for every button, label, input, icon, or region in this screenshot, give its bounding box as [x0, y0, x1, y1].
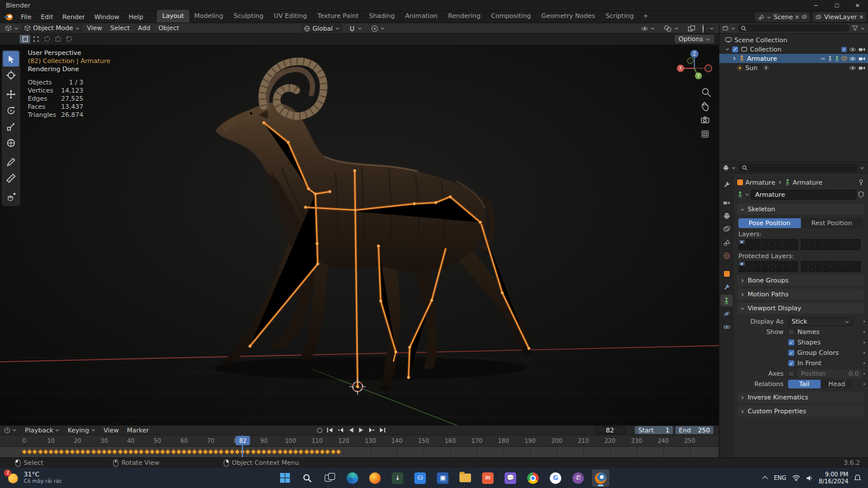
layer-cell[interactable]	[838, 239, 845, 244]
fake-user-shield-icon[interactable]	[858, 191, 864, 198]
play-reverse-button[interactable]	[348, 427, 354, 433]
tool-transform[interactable]	[3, 135, 19, 151]
tray-language[interactable]: ENG	[774, 475, 786, 481]
armature-name-field[interactable]: Armature	[751, 190, 856, 200]
layer-cell[interactable]	[816, 261, 823, 266]
minimize-button[interactable]: ─	[806, 0, 826, 10]
tool-move[interactable]	[3, 86, 19, 102]
layer-cell[interactable]	[761, 261, 768, 266]
tab-object[interactable]	[720, 268, 733, 280]
chat-app-icon[interactable]: 💬	[502, 469, 519, 487]
close-button[interactable]: ✕	[847, 0, 868, 10]
workspace-tab-texture-paint[interactable]: Texture Paint	[312, 10, 364, 23]
menu-keying[interactable]: Keying	[64, 427, 100, 434]
taskbar-search[interactable]	[299, 469, 316, 487]
layer-cell[interactable]	[823, 261, 830, 266]
jump-to-end-button[interactable]	[379, 427, 386, 433]
filter-icon[interactable]	[852, 25, 858, 31]
menu-view-timeline[interactable]: View	[100, 427, 123, 434]
layer-cell[interactable]	[801, 267, 808, 272]
layer-cell[interactable]	[846, 245, 853, 250]
keyframe-diamond[interactable]	[197, 449, 203, 455]
keyframe-diamond[interactable]	[218, 449, 224, 455]
section-viewport-display[interactable]: Viewport Display	[737, 303, 864, 314]
downloads-app-icon[interactable]: ↓	[389, 469, 406, 487]
workspace-tab-compositing[interactable]: Compositing	[486, 10, 536, 23]
file-explorer-icon[interactable]	[457, 469, 474, 487]
tool-scale[interactable]	[3, 119, 19, 134]
axes-checkbox[interactable]: ✓	[788, 370, 795, 377]
section-custom-properties[interactable]: Custom Properties	[737, 406, 864, 417]
new-scene-icon[interactable]	[801, 14, 807, 20]
animate-dot[interactable]	[863, 373, 865, 375]
outliner-row-collection[interactable]: ✓ Collection ✓	[719, 45, 868, 54]
properties-editor-icon[interactable]	[723, 165, 729, 171]
keyframe-diamond[interactable]	[245, 449, 251, 455]
keyframe-diamond[interactable]	[325, 449, 330, 455]
layer-cell[interactable]	[854, 245, 860, 250]
workspace-tab-layout[interactable]: Layout	[157, 10, 189, 23]
workspace-tab-animation[interactable]: Animation	[400, 10, 443, 23]
layer-cell[interactable]	[823, 239, 830, 244]
workspace-tab-uv-editing[interactable]: UV Editing	[269, 10, 312, 23]
keyframe-diamond[interactable]	[298, 449, 304, 455]
layer-cell[interactable]	[738, 267, 745, 272]
menu-window[interactable]: Window	[90, 13, 124, 21]
show-gizmo-toggle[interactable]	[638, 24, 658, 33]
gizmo-y-neg-axis[interactable]	[687, 58, 693, 64]
section-inverse-kinematics[interactable]: Inverse Kinematics	[737, 392, 864, 403]
tab-render[interactable]	[720, 197, 733, 208]
playhead-frame-badge[interactable]: 82	[236, 436, 250, 445]
tool-add-cube[interactable]	[3, 189, 19, 205]
tab-physics[interactable]	[720, 308, 733, 320]
layer-cell[interactable]	[808, 261, 815, 266]
tool-rotate[interactable]	[3, 102, 19, 118]
outliner-row-scene-collection[interactable]: Scene Collection	[719, 35, 868, 45]
mail-app-icon[interactable]: ✉	[479, 469, 496, 487]
layer-cell[interactable]	[753, 245, 760, 250]
layer-cell[interactable]	[784, 245, 790, 250]
layer-cell[interactable]	[823, 245, 830, 250]
hide-eye-icon[interactable]	[849, 47, 856, 52]
timeline-editor-type[interactable]	[0, 427, 21, 434]
tab-object-data[interactable]	[720, 295, 733, 306]
tool-select-box[interactable]	[3, 51, 19, 67]
weather-widget[interactable]: 1 31°CCó mây rải rác	[0, 471, 122, 485]
shading-wireframe-button[interactable]	[703, 25, 704, 32]
tab-view-layer[interactable]	[720, 223, 733, 235]
wifi-icon[interactable]	[792, 475, 800, 481]
properties-search-input[interactable]	[738, 164, 858, 172]
animate-dot[interactable]	[863, 383, 865, 385]
layer-cell[interactable]	[746, 261, 753, 266]
breadcrumb-data[interactable]: Armature	[793, 179, 823, 186]
keyframe-diamond[interactable]	[117, 449, 123, 455]
workspace-tab-rendering[interactable]: Rendering	[443, 10, 486, 23]
keyframe-diamond[interactable]	[171, 449, 176, 455]
scene-selector[interactable]: Scene	[755, 12, 811, 22]
menu-object[interactable]: Object	[155, 24, 183, 32]
blender-app-icon[interactable]	[592, 469, 609, 487]
section-skeleton[interactable]: Skeleton	[737, 204, 864, 215]
prev-keyframe-button[interactable]	[337, 427, 344, 433]
layer-cell[interactable]	[846, 261, 853, 266]
layer-cell[interactable]	[746, 239, 753, 244]
menu-view[interactable]: View	[83, 24, 106, 32]
animate-dot[interactable]	[863, 342, 865, 343]
layer-cell[interactable]	[823, 267, 830, 272]
keyframe-diamond[interactable]	[144, 449, 150, 455]
layer-cell[interactable]	[808, 239, 815, 244]
workspace-tab-sculpting[interactable]: Sculpting	[229, 10, 269, 23]
section-bone-groups[interactable]: Bone Groups	[737, 275, 864, 286]
editor-type-button[interactable]	[2, 24, 21, 33]
select-mode-circle[interactable]	[42, 35, 52, 43]
play-button[interactable]	[358, 427, 364, 433]
menu-help[interactable]: Help	[124, 13, 148, 21]
notifications-bell-icon[interactable]	[854, 474, 861, 482]
breadcrumb-object[interactable]: Armature	[745, 179, 775, 186]
outliner-row-sun[interactable]: Sun	[719, 63, 868, 72]
start-button[interactable]	[276, 469, 293, 487]
add-workspace-button[interactable]: +	[639, 10, 652, 23]
pose-position-button[interactable]: Pose Position	[738, 218, 801, 228]
tool-cursor[interactable]	[3, 67, 19, 83]
mode-dropdown[interactable]: Object Mode	[21, 24, 83, 33]
